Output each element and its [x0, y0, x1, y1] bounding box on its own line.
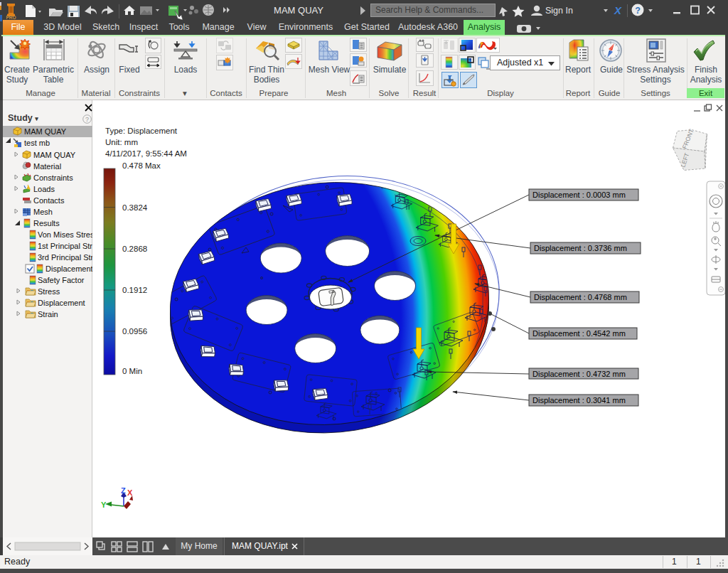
svg-text:Unit: mm: Unit: mm [105, 138, 138, 146]
svg-text:Results: Results [33, 219, 60, 227]
svg-text:Displacement : 0.4768 mm: Displacement : 0.4768 mm [534, 293, 627, 301]
svg-text:0.1912: 0.1912 [122, 286, 147, 294]
svg-text:Von Mises Stress: Von Mises Stress [38, 230, 92, 239]
svg-text:Loads: Loads [33, 185, 55, 193]
svg-text:?: ? [635, 6, 641, 16]
svg-text:Displacement : 0.0003 mm: Displacement : 0.0003 mm [532, 191, 626, 199]
svg-text:?: ? [85, 116, 89, 123]
svg-text:PRO: PRO [6, 15, 16, 20]
svg-text:0.2868: 0.2868 [122, 245, 147, 253]
svg-text:Y: Y [101, 500, 107, 509]
svg-text:Displacement : 0.4542 mm: Displacement : 0.4542 mm [532, 329, 626, 338]
svg-text:Z: Z [121, 486, 126, 495]
svg-text:X: X [127, 488, 133, 497]
svg-text:Stress: Stress [38, 287, 60, 296]
svg-text:X: X [614, 4, 622, 16]
svg-text:0.0956: 0.0956 [122, 327, 147, 336]
svg-text:Constraints: Constraints [33, 173, 73, 182]
svg-text:Displacement: Displacement [46, 264, 92, 273]
svg-text:MAM QUAY: MAM QUAY [24, 127, 67, 136]
svg-text:Mesh: Mesh [33, 208, 53, 216]
svg-text:Safety Factor: Safety Factor [38, 276, 85, 284]
svg-text:3rd Principal Stre: 3rd Principal Stre [38, 253, 92, 262]
svg-text:Displacement : 0.3736 mm: Displacement : 0.3736 mm [534, 244, 627, 252]
svg-text:MAM QUAY: MAM QUAY [33, 151, 76, 159]
svg-text:Sign In: Sign In [545, 6, 573, 16]
svg-text:0.478 Max: 0.478 Max [122, 161, 161, 170]
svg-text:Displacement : 0.3041 mm: Displacement : 0.3041 mm [532, 396, 626, 405]
svg-text:Contacts: Contacts [33, 196, 65, 205]
svg-text:0 Min: 0 Min [122, 367, 142, 375]
svg-text:0.3824: 0.3824 [122, 203, 148, 212]
svg-text:4/11/2017, 9:55:44 AM: 4/11/2017, 9:55:44 AM [105, 149, 187, 158]
svg-text:Strain: Strain [38, 310, 58, 318]
svg-text:Displacement : 0.4732 mm: Displacement : 0.4732 mm [532, 370, 626, 378]
svg-text:Material: Material [33, 162, 61, 171]
svg-text:Displacement: Displacement [38, 299, 85, 307]
svg-text:1st Principal Stre: 1st Principal Stre [38, 242, 92, 250]
svg-text:Type: Displacement: Type: Displacement [105, 127, 178, 135]
svg-text:test mb: test mb [24, 139, 50, 147]
